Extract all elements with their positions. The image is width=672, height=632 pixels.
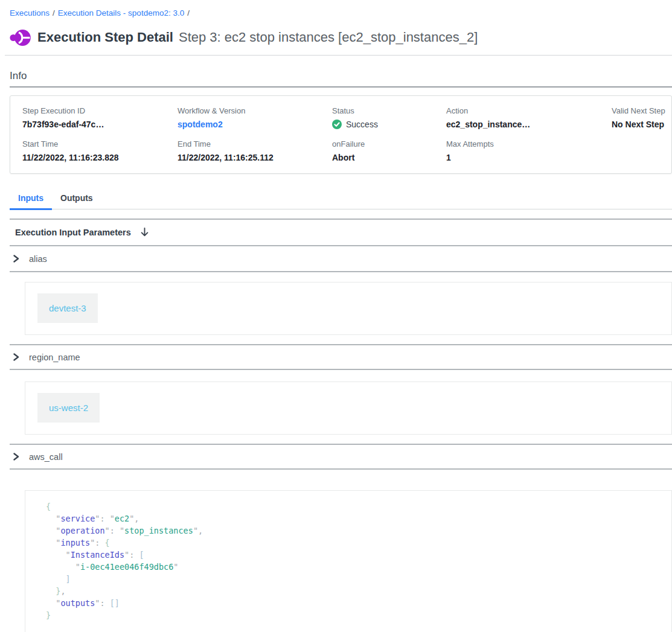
field-valid-next-step: Valid Next Step No Next Step	[612, 106, 671, 129]
field-label: End Time	[178, 139, 332, 148]
field-label: Status	[332, 106, 446, 115]
status-text: Success	[346, 120, 378, 129]
chevron-right-icon[interactable]	[12, 453, 20, 461]
field-label: Valid Next Step	[612, 106, 671, 115]
tab-inputs[interactable]: Inputs	[10, 188, 52, 210]
step-info-grid: Step Execution ID 7b73f93e-edaf-47c… Wor…	[22, 106, 671, 162]
tab-bar: Inputs Outputs	[10, 188, 672, 209]
field-value: 11/22/2022, 11:16:23.828	[22, 153, 178, 162]
param-value-chip-alias: devtest-3	[37, 293, 98, 323]
breadcrumb-separator: /	[50, 8, 58, 18]
field-label: Action	[446, 106, 612, 115]
breadcrumb: Executions/Execution Details - spotdemo2…	[10, 8, 672, 18]
page-header: Execution Step DetailStep 3: ec2 stop in…	[10, 27, 672, 48]
param-row-region-name[interactable]: region_name	[10, 344, 672, 370]
workflow-logo-icon	[10, 27, 31, 48]
sort-descending-arrow-icon[interactable]	[139, 227, 150, 237]
json-code-block: { "service": "ec2", "operation": "stop_i…	[46, 500, 671, 621]
param-value-chip-region-name: us-west-2	[37, 393, 100, 423]
title-divider	[5, 55, 672, 56]
field-status: Status Success	[332, 106, 446, 129]
status-badge: Success	[332, 120, 446, 129]
field-value: 11/22/2022, 11:16:25.112	[178, 153, 332, 162]
field-max-attempts: Max Attempts 1	[446, 139, 612, 162]
field-label: Max Attempts	[446, 139, 612, 148]
info-divider	[10, 86, 672, 88]
field-value: ec2_stop_instance…	[446, 120, 612, 129]
param-value-panel-alias: devtest-3	[25, 282, 672, 335]
execution-input-parameters-header: Execution Input Parameters	[10, 220, 672, 246]
page-title-main: Execution Step Detail	[37, 30, 173, 45]
param-name-aws-call: aws_call	[29, 452, 63, 462]
tab-outputs[interactable]: Outputs	[52, 188, 101, 210]
breadcrumb-link-execution-details[interactable]: Execution Details - spotdemo2: 3.0	[58, 8, 184, 18]
breadcrumb-link-executions[interactable]: Executions	[10, 8, 50, 18]
param-row-alias[interactable]: alias	[10, 246, 672, 272]
param-value-panel-aws-call: { "service": "ec2", "operation": "stop_i…	[25, 490, 672, 632]
field-action: Action ec2_stop_instance…	[446, 106, 612, 129]
field-value: Abort	[332, 153, 446, 162]
success-check-icon	[332, 120, 342, 129]
chevron-right-icon[interactable]	[12, 255, 20, 263]
field-workflow-version: Workflow & Version spotdemo2	[178, 106, 332, 129]
param-value-panel-region-name: us-west-2	[25, 381, 672, 435]
field-label: Workflow & Version	[178, 106, 332, 115]
field-value: 1	[446, 153, 612, 162]
page-title-sub: Step 3: ec2 stop instances [ec2_stop_ins…	[179, 30, 478, 45]
field-value: 7b73f93e-edaf-47c…	[22, 120, 178, 129]
workflow-link[interactable]: spotdemo2	[178, 120, 332, 129]
field-label: Step Execution ID	[22, 106, 178, 115]
field-label: onFailure	[332, 139, 446, 148]
field-onfailure: onFailure Abort	[332, 139, 446, 162]
field-step-execution-id: Step Execution ID 7b73f93e-edaf-47c…	[22, 106, 178, 129]
info-section-title: Info	[10, 70, 672, 82]
parameters-header-label: Execution Input Parameters	[15, 228, 131, 237]
param-name-region-name: region_name	[29, 353, 80, 362]
page-title: Execution Step DetailStep 3: ec2 stop in…	[37, 30, 478, 45]
field-start-time: Start Time 11/22/2022, 11:16:23.828	[22, 139, 178, 162]
chevron-right-icon[interactable]	[12, 353, 20, 361]
step-info-card: Step Execution ID 7b73f93e-edaf-47c… Wor…	[10, 95, 672, 174]
breadcrumb-separator: /	[184, 8, 193, 18]
field-end-time: End Time 11/22/2022, 11:16:25.112	[178, 139, 332, 162]
field-value: No Next Step	[612, 120, 671, 129]
field-label: Start Time	[22, 139, 178, 148]
param-row-aws-call[interactable]: aws_call	[10, 444, 672, 470]
param-name-alias: alias	[29, 254, 47, 264]
